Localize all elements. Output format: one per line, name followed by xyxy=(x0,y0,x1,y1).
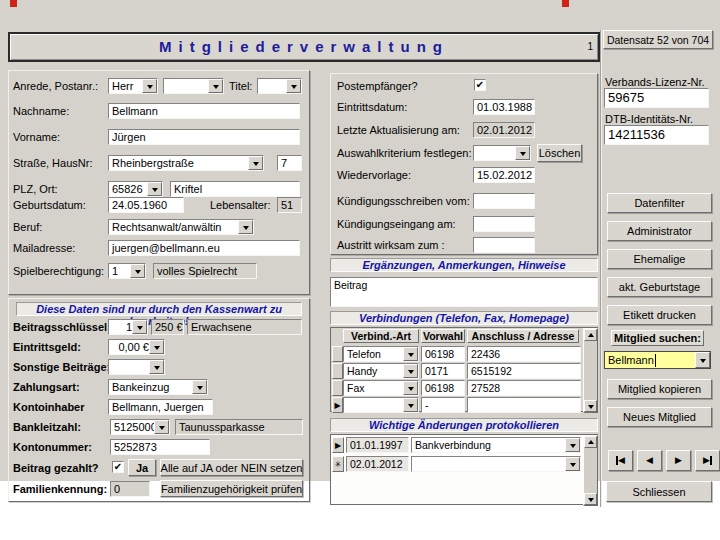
chevron-down-icon[interactable] xyxy=(130,264,145,278)
connection-art-combo[interactable] xyxy=(343,397,419,413)
row-selector-current[interactable]: ▶ xyxy=(332,437,344,453)
connections-scrollbar[interactable] xyxy=(583,328,598,413)
scroll-up-icon[interactable] xyxy=(584,436,597,448)
connection-vorwahl[interactable]: 0171 xyxy=(421,363,465,379)
mitglied-kopieren-button[interactable]: Mitglied kopieren xyxy=(607,379,712,399)
scroll-down-icon[interactable] xyxy=(584,400,597,412)
chevron-down-icon[interactable] xyxy=(149,340,164,354)
austritt-field[interactable] xyxy=(473,237,535,253)
alle-ja-nein-button[interactable]: Alle auf JA oder NEIN setzen xyxy=(160,459,303,476)
chevron-down-icon[interactable] xyxy=(515,146,530,160)
vorname-field[interactable]: Jürgen xyxy=(108,129,300,145)
chevron-down-icon[interactable] xyxy=(403,381,418,395)
loeschen-button[interactable]: Löschen xyxy=(537,144,582,162)
row-selector-current[interactable]: ▶ xyxy=(332,397,343,413)
connection-art-combo[interactable]: Fax xyxy=(343,380,419,396)
nachname-field[interactable]: Bellmann xyxy=(108,103,300,119)
datenfilter-button[interactable]: Datenfilter xyxy=(607,193,712,213)
bankleitzahl-combo[interactable]: 51250000 xyxy=(110,419,170,435)
beitrag-gezahlt-checkbox[interactable]: ✔ xyxy=(112,461,124,473)
change-text-combo[interactable]: Bankverbindung xyxy=(411,437,581,453)
postempfaenger-checkbox[interactable]: ✔ xyxy=(474,79,486,91)
ehemalige-button[interactable]: Ehemalige xyxy=(607,249,712,269)
kuendigungsschreiben-field[interactable] xyxy=(473,193,535,209)
beruf-combo[interactable]: Rechtsanwalt/anwältin xyxy=(108,219,254,235)
change-date[interactable]: 01.01.1997 xyxy=(346,437,409,453)
record-first-button[interactable]: ◀ xyxy=(608,450,633,471)
title-bar: Mitgliederverwaltung 1 xyxy=(8,32,600,62)
row-selector-new[interactable]: ✳ xyxy=(332,456,344,472)
kontoinhaber-field[interactable]: Bellmann, Juergen xyxy=(108,399,213,415)
chevron-down-icon[interactable] xyxy=(695,352,710,368)
beitragsschluessel-value: 1 xyxy=(112,321,132,333)
changes-scrollbar[interactable] xyxy=(583,435,598,506)
row-selector[interactable] xyxy=(332,380,343,396)
chevron-down-icon[interactable] xyxy=(565,457,580,471)
row-selector[interactable] xyxy=(332,363,343,379)
notes-textarea[interactable]: Beitrag xyxy=(330,277,598,307)
change-text-combo[interactable] xyxy=(411,456,581,472)
bankleitzahl-value: 51250000 xyxy=(114,421,154,433)
connection-vorwahl[interactable]: 06198 xyxy=(421,346,465,362)
chevron-down-icon[interactable] xyxy=(149,360,164,374)
chevron-down-icon[interactable] xyxy=(403,364,418,378)
connection-vorwahl[interactable]: - xyxy=(421,397,465,413)
neues-mitglied-button[interactable]: Neues Mitglied xyxy=(607,407,712,427)
row-selector[interactable] xyxy=(332,346,343,362)
beitragsschluessel-combo[interactable]: 1 xyxy=(108,319,148,335)
sonstige-beitraege-combo[interactable] xyxy=(108,359,165,375)
record-last-button[interactable]: ▶ xyxy=(695,450,720,471)
connection-anschluss[interactable]: 22436 xyxy=(467,346,581,362)
auswahlkriterium-combo[interactable] xyxy=(473,145,531,161)
postanrede-combo[interactable] xyxy=(163,78,224,94)
connection-art-combo[interactable]: Telefon xyxy=(343,346,419,362)
connection-art: Fax xyxy=(347,382,403,394)
akt-geburtstage-button[interactable]: akt. Geburtstage xyxy=(607,277,712,297)
spielberechtigung-combo[interactable]: 1 xyxy=(108,263,146,279)
hausnr-field[interactable]: 7 xyxy=(277,155,302,171)
chevron-down-icon[interactable] xyxy=(248,156,263,170)
connection-anschluss[interactable]: 27528 xyxy=(467,380,581,396)
chevron-down-icon[interactable] xyxy=(132,320,147,334)
anrede-combo[interactable]: Herr xyxy=(108,78,158,94)
mitglied-suchen-combo[interactable]: Bellmann xyxy=(604,351,711,369)
familienzugehoerigkeit-button[interactable]: Familienzugehörigkeit prüfen xyxy=(160,480,303,497)
chevron-down-icon[interactable] xyxy=(565,438,580,452)
connection-vorwahl[interactable]: 06198 xyxy=(421,380,465,396)
chevron-down-icon[interactable] xyxy=(403,347,418,361)
chevron-down-icon[interactable] xyxy=(147,182,162,196)
ort-field[interactable]: Kriftel xyxy=(170,181,300,197)
titel-combo[interactable] xyxy=(257,78,302,94)
plz-combo[interactable]: 65826 xyxy=(108,181,163,197)
strasse-combo[interactable]: Rheinbergstraße xyxy=(108,155,264,171)
record-prev-button[interactable]: ◀ xyxy=(637,450,662,471)
connection-anschluss[interactable]: 6515192 xyxy=(467,363,581,379)
verbands-lizenz-field[interactable]: 59675 xyxy=(604,88,709,108)
zahlungsart-combo[interactable]: Bankeinzug xyxy=(108,379,208,395)
chevron-down-icon[interactable] xyxy=(286,79,301,93)
administrator-button[interactable]: Administrator xyxy=(607,221,712,241)
chevron-down-icon[interactable] xyxy=(142,79,157,93)
change-date[interactable]: 02.01.2012 xyxy=(346,456,409,472)
connection-anschluss[interactable] xyxy=(467,397,581,413)
record-counter-button[interactable]: Datensatz 52 von 704 xyxy=(603,30,713,49)
eintrittsdatum-field[interactable]: 01.03.1988 xyxy=(473,99,535,115)
chevron-down-icon[interactable] xyxy=(238,220,253,234)
chevron-down-icon[interactable] xyxy=(154,420,169,434)
mailadresse-field[interactable]: juergen@bellmann.eu xyxy=(108,240,300,256)
kontonummer-field[interactable]: 5252873 xyxy=(110,439,210,455)
record-next-button[interactable]: ▶ xyxy=(666,450,691,471)
etikett-drucken-button[interactable]: Etikett drucken xyxy=(607,305,712,325)
chevron-down-icon[interactable] xyxy=(208,79,223,93)
chevron-down-icon[interactable] xyxy=(403,398,418,412)
eintrittsgeld-combo[interactable]: 0,00 € xyxy=(108,339,165,355)
dtb-identitaets-field[interactable]: 14211536 xyxy=(604,125,709,145)
scroll-down-icon[interactable] xyxy=(584,493,597,505)
schliessen-button[interactable]: Schliessen xyxy=(606,481,712,502)
wiedervorlage-field[interactable]: 15.02.2012 xyxy=(473,167,535,183)
kuendigungseingang-field[interactable] xyxy=(473,216,535,232)
scroll-up-icon[interactable] xyxy=(584,329,597,341)
chevron-down-icon[interactable] xyxy=(192,380,207,394)
connection-art-combo[interactable]: Handy xyxy=(343,363,419,379)
geburtsdatum-field[interactable]: 24.05.1960 xyxy=(108,197,184,213)
